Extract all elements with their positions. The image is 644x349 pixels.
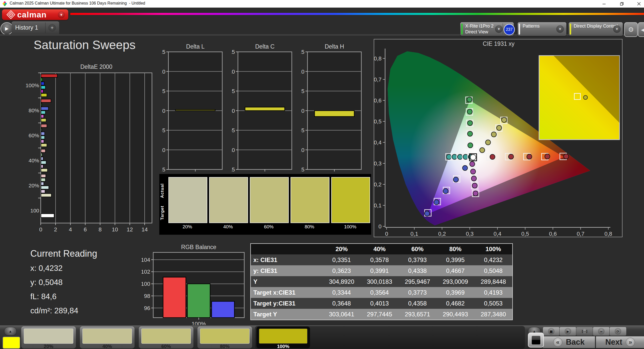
chart-title: CIE 1931 xy	[483, 40, 515, 47]
back-button[interactable]: « Back	[543, 336, 595, 348]
y-tick-label: 5	[162, 88, 165, 94]
measured-circle	[425, 211, 430, 216]
x-tick-label: 100%	[192, 321, 206, 325]
group-label: 20%	[29, 183, 39, 188]
x-tick-label: 0,1	[410, 231, 418, 237]
pattern-label: 40%	[80, 344, 135, 349]
back-label: Back	[566, 338, 585, 347]
chart-title: Delta C	[255, 43, 275, 50]
y-tick-label: -15	[231, 166, 235, 173]
tab-history-1[interactable]: History 1 +	[12, 21, 59, 34]
window-mode-icon	[532, 336, 540, 344]
x-tick-label: 14	[142, 226, 148, 233]
measured-circle	[467, 97, 472, 102]
bar-blue	[41, 82, 44, 85]
swatch-100%	[331, 177, 370, 223]
bar-red	[41, 124, 47, 127]
current-reading-y: y: 0,5048	[30, 278, 63, 287]
table-row: Target y:CIE310,36480,40130,43580,46820,…	[251, 298, 513, 309]
pattern-button-100%[interactable]: 100%	[256, 326, 310, 348]
chevron-down-icon[interactable]: ▼	[495, 25, 503, 33]
measured-circle	[545, 154, 550, 159]
meter-dropdown[interactable]: X-Rite i1Pro 2 Direct View ▼ 237	[460, 22, 514, 36]
x-tick-label: 0,5	[521, 231, 529, 237]
y-tick-label: -5	[301, 127, 304, 134]
bar-magenta	[41, 190, 45, 193]
settings-button[interactable]: ⚙	[624, 22, 638, 37]
bar-yellow	[41, 94, 47, 97]
y-tick-label: 102	[142, 269, 150, 275]
refresh-button[interactable]: ⟳	[609, 327, 627, 336]
chevron-down-icon[interactable]: ▼	[556, 25, 564, 33]
measured-circle	[485, 140, 491, 145]
window-title: Calman 2025 Calman Ultimate for Business…	[10, 1, 145, 6]
bar-green	[41, 78, 42, 81]
collapse-panel-button[interactable]: ◀	[638, 22, 644, 37]
pattern-label: 20%	[21, 344, 76, 349]
pattern-button-40%[interactable]: 40%	[80, 326, 135, 348]
x-tick-label: 10	[112, 226, 118, 233]
x-tick-label: 0,6	[549, 231, 557, 237]
bar-blue	[41, 132, 45, 135]
measured-circle	[470, 161, 475, 166]
window-mode-button[interactable]	[528, 333, 544, 347]
pattern-button-60%[interactable]: 60%	[139, 326, 193, 348]
measured-circle	[491, 132, 496, 137]
y-tick-label: 0	[301, 108, 304, 114]
y-tick-label: 0,1	[374, 202, 382, 209]
patterns-status-accent	[519, 24, 520, 35]
table-cell: 0,4667	[436, 265, 474, 276]
chevron-down-icon[interactable]: ▼	[58, 11, 65, 18]
interval-button[interactable]: [··]	[576, 327, 593, 336]
pattern-button-20%[interactable]: 20%	[21, 326, 76, 348]
y-tick-label: -10	[162, 147, 165, 153]
continuous-icon: ∞	[598, 328, 605, 335]
meter-name: X-Rite i1Pro 2	[465, 24, 494, 29]
table-cell: 0,3564	[361, 287, 398, 298]
measurement-count-badge: 237	[504, 24, 515, 35]
y-tick-label: 5	[301, 88, 304, 94]
pattern-swatch	[259, 329, 307, 344]
close-button[interactable]	[635, 1, 643, 7]
y-tick-label: 15	[231, 49, 235, 55]
table-cell: 304,8920	[323, 276, 361, 287]
chevron-down-icon[interactable]: ▼	[613, 25, 621, 33]
measured-circle	[471, 169, 476, 174]
column-header	[251, 244, 323, 254]
current-reading-cdm2: cd/m²: 289,84	[30, 306, 78, 315]
current-reading-title: Current Reading	[30, 248, 97, 259]
next-button[interactable]: Next »	[596, 336, 644, 348]
interval-icon: [··]	[581, 328, 588, 335]
restore-button[interactable]	[617, 1, 626, 7]
minimize-button[interactable]	[600, 1, 608, 7]
pattern-swatch	[82, 329, 132, 344]
measured-circle	[490, 154, 495, 159]
swatch-80%	[291, 177, 329, 223]
y-tick-label: 0,3	[374, 160, 382, 167]
bar-red	[41, 99, 51, 102]
table-cell: 0,5053	[474, 298, 513, 309]
measured-circle	[453, 177, 458, 182]
measured-circle	[468, 143, 473, 148]
pattern-scroll-up-button[interactable]: ▲	[4, 327, 17, 336]
table-cell: 0,4338	[398, 265, 436, 276]
tab-scroll-button[interactable]: ▶	[1, 22, 13, 35]
add-tab-button[interactable]: +	[48, 24, 56, 32]
x-tick-label: 2	[54, 226, 57, 233]
table-header-row: 20%40%60%80%100%	[251, 244, 513, 254]
patterns-dropdown[interactable]: Patterns ▼	[518, 22, 566, 36]
continuous-button[interactable]: ∞	[593, 327, 610, 336]
display-control-dropdown[interactable]: Direct Display Control ▼	[569, 22, 623, 36]
table-cell: 0,3623	[323, 265, 361, 276]
bar-blue	[41, 157, 43, 160]
play-button[interactable]: ▶	[559, 327, 576, 336]
bar-yellow	[41, 169, 48, 172]
row-label: Target x:CIE31	[251, 287, 323, 298]
bar-red	[41, 74, 57, 77]
stop-button[interactable]: ■	[543, 327, 560, 336]
current-pattern-color-swatch[interactable]	[3, 337, 20, 349]
pattern-button-80%[interactable]: 80%	[197, 326, 252, 348]
calman-menu-button[interactable]: calman ▼	[2, 9, 68, 20]
table-cell: 290,4493	[436, 309, 474, 320]
table-cell: 0,3351	[323, 254, 361, 265]
